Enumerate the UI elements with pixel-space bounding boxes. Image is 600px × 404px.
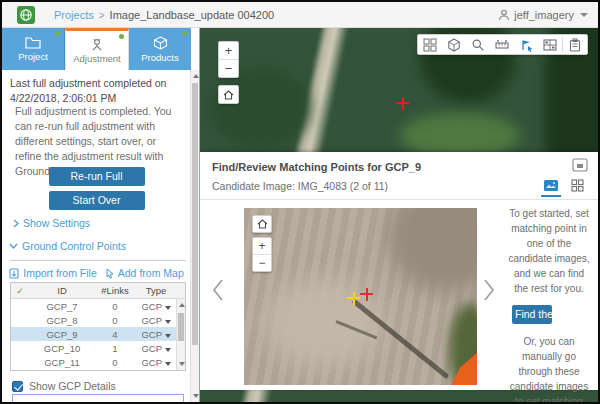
image-home-button[interactable]	[252, 215, 272, 233]
home-icon	[257, 219, 268, 229]
search-icon	[471, 38, 485, 52]
table-row-gcp11[interactable]: GCP_110GCP	[11, 355, 185, 369]
basemap-tool[interactable]	[442, 35, 466, 54]
cell-links: 0	[95, 315, 135, 326]
cell-id: GCP_11	[29, 357, 95, 368]
table-row-gcp9-selected[interactable]: GCP_94GCP	[11, 327, 185, 341]
scrollbar-thumb[interactable]	[192, 83, 198, 345]
checkbox-checked-icon[interactable]	[12, 381, 23, 392]
user-name: jeff_imagery	[514, 9, 574, 21]
gcp-section-toggle[interactable]: Ground Control Points	[9, 240, 126, 252]
project-status-dot	[55, 31, 60, 36]
scroll-down-arrow[interactable]	[193, 394, 199, 398]
find-review-panel: Find/Review Matching Points for GCP_9 Ca…	[200, 152, 598, 390]
gcp-flag-icon	[519, 38, 534, 52]
import-file-icon	[9, 268, 19, 279]
grid-view-toggle[interactable]	[564, 175, 590, 195]
cell-id: GCP_7	[29, 301, 95, 312]
aerial-grass-shade	[210, 68, 310, 148]
col-header-id[interactable]: ID	[29, 285, 95, 296]
survey-instrument-icon	[89, 38, 105, 51]
left-panel-scrollbar[interactable]	[190, 70, 199, 402]
overview-grid-icon	[543, 38, 557, 52]
table-row-gcp7[interactable]: GCP_70GCP	[11, 299, 185, 313]
previous-image-chevron[interactable]	[212, 278, 224, 302]
add-from-map-link[interactable]: Add from Map	[106, 267, 184, 279]
image-collection-tool[interactable]	[418, 35, 442, 54]
folder-icon	[25, 36, 41, 49]
scroll-up-arrow[interactable]	[179, 303, 185, 307]
cell-links: 4	[95, 329, 135, 340]
map-zoom-control: + −	[218, 41, 239, 78]
rerun-full-button[interactable]: Re-run Full	[49, 167, 145, 186]
overview-grid-tool[interactable]	[538, 35, 562, 54]
tab-adjustment[interactable]: Adjustment	[65, 28, 129, 70]
instructions-manual-text: Or, you can manually go through these ca…	[500, 334, 598, 402]
gcp-actions: Import from File Add from Map	[2, 267, 191, 279]
last-adjustment-status: Last full adjustment completed on 4/22/2…	[10, 76, 185, 105]
gcp-table-header: ✓ ID #Links Type	[11, 283, 185, 299]
scrollbar-thumb[interactable]	[178, 313, 184, 341]
type-dropdown-arrow[interactable]	[165, 348, 171, 352]
find-the-rest-button[interactable]: Find the Rest	[512, 305, 552, 324]
table-row-gcp8[interactable]: GCP_80GCP	[11, 313, 185, 327]
gcp-manager-tool-active[interactable]	[514, 35, 538, 54]
scroll-down-arrow[interactable]	[179, 362, 185, 366]
table-row-gcp10[interactable]: GCP_101GCP	[11, 341, 185, 355]
start-over-button[interactable]: Start Over	[49, 191, 145, 210]
show-settings-toggle[interactable]: Show Settings	[13, 217, 90, 229]
col-header-type[interactable]: Type	[135, 285, 177, 296]
type-dropdown-arrow[interactable]	[165, 334, 171, 338]
delete-tool[interactable]	[563, 35, 587, 54]
chevron-right-icon	[13, 219, 19, 228]
map-home-button[interactable]	[218, 85, 239, 104]
breadcrumb-projects-link[interactable]: Projects	[54, 9, 94, 21]
section-divider	[10, 260, 186, 261]
type-dropdown-arrow[interactable]	[165, 306, 171, 310]
candidate-image[interactable]: + −	[244, 208, 477, 385]
breadcrumb-separator: >	[99, 10, 105, 21]
import-from-file-link[interactable]: Import from File	[9, 267, 97, 279]
next-image-chevron[interactable]	[483, 278, 495, 302]
tab-project-label: Project	[18, 51, 48, 62]
candidate-image-label: Candidate Image: IMG_4083 (2 of 11)	[212, 180, 388, 192]
instructions-start-text: To get started, set matching point in on…	[500, 206, 598, 296]
type-dropdown-arrow[interactable]	[165, 362, 171, 366]
zoom-out-button[interactable]: −	[219, 60, 238, 78]
tab-project[interactable]: Project	[2, 28, 65, 70]
zoom-in-button[interactable]: +	[219, 42, 238, 60]
search-tool[interactable]	[466, 35, 490, 54]
image-zoom-control: + −	[252, 237, 272, 272]
measure-ruler-icon	[495, 38, 509, 52]
breadcrumb: Projects>Image_Landbase_update 004200	[54, 9, 274, 21]
cell-type: GCP	[135, 315, 177, 326]
table-scrollbar[interactable]	[176, 299, 185, 370]
show-gcp-details-label: Show GCP Details	[29, 380, 116, 392]
type-dropdown-arrow[interactable]	[165, 320, 171, 324]
image-zoom-in-button[interactable]: +	[253, 238, 271, 255]
panel-collapse-icon[interactable]	[572, 158, 588, 172]
adjustment-status-dot	[119, 34, 124, 39]
gcp-section-label: Ground Control Points	[22, 240, 126, 252]
chevron-down-icon	[9, 243, 18, 249]
single-image-view-toggle-active[interactable]	[538, 175, 564, 195]
measure-tool[interactable]	[490, 35, 514, 54]
cell-links: 0	[95, 301, 135, 312]
view-toggles	[538, 175, 590, 195]
show-gcp-details-checkbox[interactable]: Show GCP Details	[12, 380, 116, 392]
top-bar: Projects>Image_Landbase_update 004200 je…	[2, 2, 598, 28]
tab-products[interactable]: Products	[129, 28, 191, 70]
tab-bar: Project Adjustment Products	[2, 28, 191, 70]
grid-view-icon	[571, 179, 584, 192]
col-header-links[interactable]: #Links	[95, 285, 135, 296]
user-menu[interactable]: jeff_imagery	[498, 7, 588, 23]
scroll-up-arrow[interactable]	[193, 74, 199, 78]
image-collection-icon	[423, 38, 437, 52]
left-panel: Project Adjustment Products Last full ad…	[2, 28, 200, 402]
image-zoom-out-button[interactable]: −	[253, 255, 271, 272]
tab-products-label: Products	[141, 52, 179, 63]
show-settings-label: Show Settings	[23, 217, 90, 229]
home-icon	[223, 90, 234, 100]
map-canvas[interactable]: + −	[200, 28, 598, 402]
user-chevron-down-icon	[580, 13, 588, 17]
